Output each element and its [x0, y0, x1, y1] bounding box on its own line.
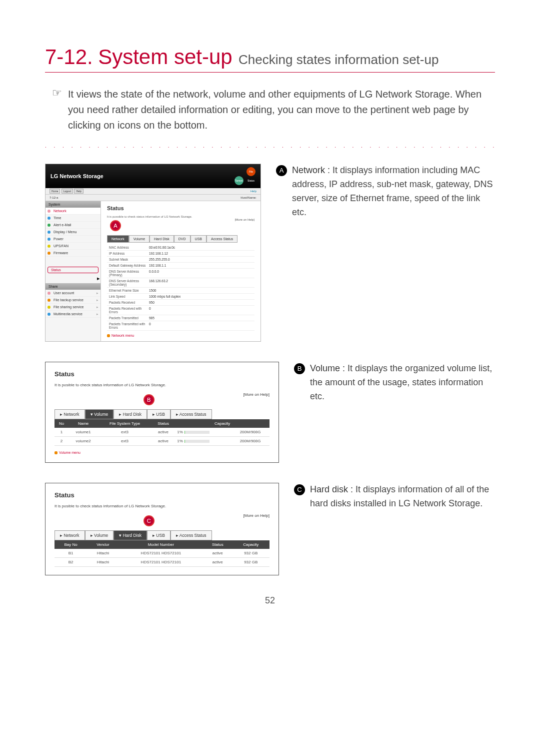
intro-row: ☞ It views the state of the network, vol…: [45, 87, 495, 133]
sidebar-item-email[interactable]: Alert e-Mail: [46, 222, 100, 229]
network-menu-link[interactable]: Network menu: [107, 334, 254, 337]
more-help-link[interactable]: [More on Help]: [235, 218, 254, 221]
tab-logout[interactable]: Logout: [62, 189, 73, 194]
divider-dots: . . . . . . . . . . . . . . . . . . . . …: [45, 143, 495, 149]
volume-menu-link[interactable]: Volume menu: [54, 451, 270, 454]
page-number: 52: [45, 595, 495, 606]
hostname-label: Host/Name:: [240, 196, 256, 199]
title-subtitle: Checking states information set-up: [238, 52, 438, 67]
tab-dvd[interactable]: DVD: [174, 235, 190, 243]
marker-a-icon: A: [110, 220, 121, 231]
file-status-icon[interactable]: File Status: [246, 167, 256, 176]
table-row: 2 volume2 ext3 active 1% 200M/908G: [54, 437, 270, 446]
tab-access[interactable]: Access Status: [206, 235, 238, 243]
tab-usb[interactable]: USB: [190, 235, 206, 243]
badge-b: B: [294, 363, 305, 374]
more-help-link-c[interactable]: [More on Help]: [244, 513, 270, 518]
tab-harddisk[interactable]: Hard Disk: [150, 235, 174, 243]
sidebar-item-firmware[interactable]: Firmware: [46, 250, 100, 257]
panel-subtext-c: It is posible to check status informatio…: [54, 504, 270, 508]
screenshot-volume: Status It is posible to check status inf…: [45, 362, 279, 463]
sidebar-item-sharing[interactable]: File sharing service▸: [46, 304, 100, 311]
table-row: B1 Hitachi HDS72101 HDS72101 active 932 …: [54, 549, 270, 558]
table-row: 1 volume1 ext3 active 1% 200M/908G: [54, 428, 270, 437]
marker-c-icon: C: [144, 515, 154, 526]
sidebar-item-backup[interactable]: File backup service▸: [46, 297, 100, 304]
tab-usb-c[interactable]: ▸ USB: [147, 530, 170, 540]
screenshot-harddisk: Status It is posible to check status inf…: [45, 483, 279, 575]
sidebar-item-power[interactable]: Power: [46, 236, 100, 243]
marker-b-icon: B: [144, 394, 154, 405]
tab-volume[interactable]: Volume: [129, 235, 150, 243]
help-button[interactable]: Help: [250, 190, 256, 193]
pointer-icon: ☞: [52, 87, 66, 100]
tab-access-c[interactable]: ▸ Access Status: [170, 530, 212, 540]
page-title-row: 7-12. System set-up Checking states info…: [45, 45, 495, 73]
sidebar-item-display[interactable]: Display / Menu: [46, 229, 100, 236]
app-brand: LG Network Storage: [50, 173, 104, 179]
panel-subtext-b: It is posible to check status informatio…: [54, 383, 270, 387]
sidebar-item-user[interactable]: User account▸: [46, 290, 100, 297]
torrent-icon[interactable]: Torrent: [234, 176, 244, 185]
badge-c: C: [294, 484, 305, 495]
tab-volume-c[interactable]: ▸ Volume: [85, 530, 114, 540]
description-b: B Volume : It displays the organized vol…: [294, 362, 495, 404]
screenshot-network: LG Network Storage Torrent File Status H…: [45, 164, 261, 342]
tab-help[interactable]: Help: [74, 189, 83, 194]
more-help-link-b[interactable]: [More on Help]: [244, 392, 270, 397]
panel-title-c: Status: [54, 491, 270, 499]
tab-volume-b[interactable]: ▾ Volume: [85, 409, 114, 419]
tab-network-c[interactable]: ▸ Network: [54, 530, 85, 540]
tab-usb-b[interactable]: ▸ USB: [147, 409, 170, 419]
intro-text: It views the state of the network, volum…: [66, 87, 495, 133]
sidebar-item-time[interactable]: Time: [46, 215, 100, 222]
sidebar-item-network[interactable]: Network: [46, 208, 100, 215]
harddisk-table: Bay No Vendor Model Number Status Capaci…: [54, 540, 270, 567]
network-info-table: MAC Address00:e0:91:80:1a:0c IP Address1…: [107, 245, 254, 331]
description-a: A Network : It displays information incl…: [276, 164, 495, 220]
sidebar-status-box[interactable]: Status: [48, 267, 98, 273]
sidebar-section-share[interactable]: Share: [46, 283, 100, 290]
tab-network-b[interactable]: ▸ Network: [54, 409, 85, 419]
tab-harddisk-c[interactable]: ▾ Hard Disk: [114, 530, 147, 540]
tab-home[interactable]: Home: [50, 189, 60, 194]
sidebar: System Network Time Alert e-Mail Display…: [46, 201, 101, 341]
panel-title-b: Status: [54, 370, 270, 378]
table-row: B2 Hitachi HDS72101 HDS72101 active 932 …: [54, 558, 270, 567]
panel-title: Status: [107, 205, 254, 211]
panel-subtext: It is possible to check status informati…: [107, 215, 254, 218]
desc-b-title: Volume :: [310, 363, 345, 373]
volume-table: No Name File System Type Status Capacity…: [54, 419, 270, 446]
tab-network[interactable]: Network: [107, 235, 129, 243]
breadcrumb: 7-12-a: [50, 196, 58, 199]
desc-a-title: Network :: [292, 165, 330, 175]
sidebar-item-ups[interactable]: UPS/FAN: [46, 243, 100, 250]
sidebar-section-system[interactable]: System: [46, 201, 100, 208]
title-main: System set-up: [98, 45, 232, 69]
desc-c-title: Hard disk :: [310, 484, 353, 494]
description-c: C Hard disk : It displays information of…: [294, 483, 495, 511]
tab-access-b[interactable]: ▸ Access Status: [170, 409, 212, 419]
sidebar-item-multimedia[interactable]: Multimedia service▸: [46, 311, 100, 318]
tab-harddisk-b[interactable]: ▸ Hard Disk: [114, 409, 147, 419]
title-number: 7-12.: [45, 45, 93, 69]
badge-a: A: [276, 165, 287, 176]
